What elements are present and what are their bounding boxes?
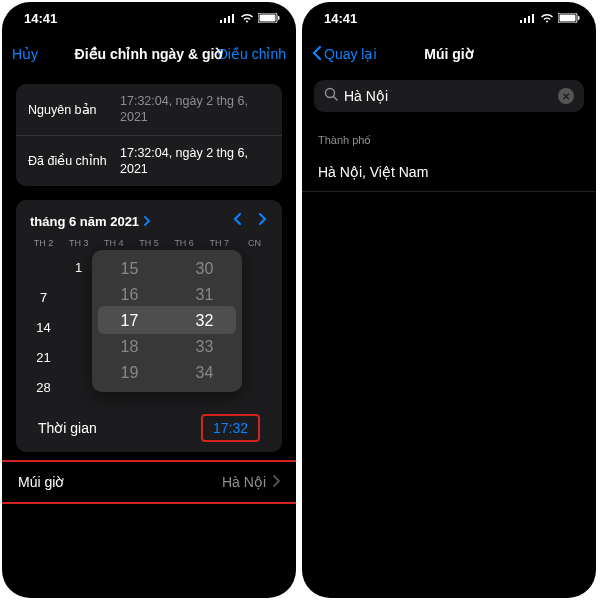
picker-item: 34 (167, 360, 242, 386)
picker-item: 16 (92, 282, 167, 308)
picker-item: 32 (167, 308, 242, 334)
chevron-right-icon (143, 214, 151, 229)
search-field[interactable]: ✕ (314, 80, 584, 112)
back-label: Quay lại (324, 46, 377, 62)
svg-rect-12 (560, 15, 576, 22)
wifi-icon (540, 13, 554, 23)
chevron-right-icon (272, 474, 280, 490)
cal-cell[interactable] (237, 312, 272, 342)
svg-rect-6 (278, 16, 280, 20)
cal-cell[interactable]: 1 (61, 252, 96, 282)
adjusted-value: 17:32:04, ngày 2 thg 6, 2021 (120, 145, 270, 178)
time-label: Thời gian (38, 420, 97, 436)
cancel-button[interactable]: Hủy (12, 46, 82, 62)
content: Nguyên bản 17:32:04, ngày 2 thg 6, 2021 … (2, 84, 296, 504)
dow: TH 3 (61, 238, 96, 248)
cal-cell[interactable] (26, 252, 61, 282)
svg-rect-13 (578, 16, 580, 20)
status-icons (220, 13, 280, 23)
battery-icon (258, 13, 280, 23)
status-icons (520, 13, 580, 23)
svg-rect-1 (224, 18, 226, 23)
status-bar: 14:41 (302, 2, 596, 34)
cal-cell[interactable] (61, 342, 96, 372)
svg-rect-5 (260, 15, 276, 22)
cal-cell[interactable] (237, 252, 272, 282)
cal-cell[interactable]: 28 (26, 372, 61, 402)
cal-cell[interactable]: 21 (26, 342, 61, 372)
timezone-label: Múi giờ (18, 474, 64, 490)
nav-bar: Hủy Điều chỉnh ngày & giờ Điều chỉnh (2, 34, 296, 74)
svg-rect-0 (220, 20, 222, 23)
svg-rect-2 (228, 16, 230, 23)
time-value: 17:32 (213, 420, 248, 436)
next-month-button[interactable] (258, 212, 268, 230)
dow: TH 4 (96, 238, 131, 248)
svg-rect-9 (528, 16, 530, 23)
back-button[interactable]: Quay lại (312, 45, 382, 64)
picker-item: 19 (92, 360, 167, 386)
calendar-nav (232, 212, 268, 230)
cal-cell[interactable] (237, 372, 272, 402)
prev-month-button[interactable] (232, 212, 242, 230)
phone-right: 14:41 Quay lại Múi giờ (302, 2, 596, 598)
original-value: 17:32:04, ngày 2 thg 6, 2021 (120, 93, 270, 126)
dow: TH 5 (131, 238, 166, 248)
svg-line-15 (334, 97, 338, 101)
search-input[interactable] (344, 88, 552, 104)
original-label: Nguyên bản (28, 102, 120, 117)
time-value-button[interactable]: 17:32 (201, 414, 260, 442)
phone-left: 14:41 Hủy Điều chỉnh ngày & giờ Điều chỉ… (2, 2, 296, 598)
original-row: Nguyên bản 17:32:04, ngày 2 thg 6, 2021 (16, 84, 282, 135)
close-icon: ✕ (562, 91, 570, 102)
picker-item: 33 (167, 334, 242, 360)
dow: CN (237, 238, 272, 248)
month-picker[interactable]: tháng 6 năm 2021 (30, 214, 151, 229)
calendar-header: tháng 6 năm 2021 (26, 210, 272, 238)
cal-cell[interactable] (237, 282, 272, 312)
hour-wheel[interactable]: 15 16 17 18 19 (92, 256, 167, 386)
svg-rect-7 (520, 20, 522, 23)
adjust-button[interactable]: Điều chỉnh (216, 46, 286, 62)
picker-item: 18 (92, 334, 167, 360)
status-time: 14:41 (324, 11, 357, 26)
chevron-left-icon (312, 45, 322, 64)
signal-icon (520, 13, 536, 23)
svg-rect-8 (524, 18, 526, 23)
svg-rect-10 (532, 14, 534, 23)
signal-icon (220, 13, 236, 23)
dow: TH 7 (202, 238, 237, 248)
cal-cell[interactable]: 14 (26, 312, 61, 342)
time-picker[interactable]: 15 16 17 18 19 30 31 32 33 34 (92, 250, 242, 392)
minute-wheel[interactable]: 30 31 32 33 34 (167, 256, 242, 386)
picker-item: 15 (92, 256, 167, 282)
adjusted-label: Đã điều chỉnh (28, 153, 120, 168)
cal-cell[interactable] (61, 372, 96, 402)
search-wrap: ✕ (302, 74, 596, 118)
dow: TH 6 (167, 238, 202, 248)
dow: TH 2 (26, 238, 61, 248)
adjust-label: Điều chỉnh (218, 46, 286, 62)
month-label: tháng 6 năm 2021 (30, 214, 139, 229)
cancel-label: Hủy (12, 46, 38, 62)
cal-cell[interactable] (61, 312, 96, 342)
picker-item: 17 (92, 308, 167, 334)
cal-cell[interactable] (61, 282, 96, 312)
timezone-value: Hà Nội (222, 474, 266, 490)
svg-rect-3 (232, 14, 234, 23)
timezone-row[interactable]: Múi giờ Hà Nội (2, 460, 296, 504)
time-row: Thời gian 17:32 (26, 404, 272, 452)
cal-cell[interactable]: 7 (26, 282, 61, 312)
nav-bar: Quay lại Múi giờ (302, 34, 596, 74)
city-result[interactable]: Hà Nội, Việt Nam (302, 153, 596, 192)
section-header: Thành phố (302, 118, 596, 153)
picker-item: 31 (167, 282, 242, 308)
info-card: Nguyên bản 17:32:04, ngày 2 thg 6, 2021 … (16, 84, 282, 186)
search-icon (324, 87, 338, 105)
status-time: 14:41 (24, 11, 57, 26)
clear-search-button[interactable]: ✕ (558, 88, 574, 104)
cal-cell[interactable] (237, 342, 272, 372)
picker-item: 30 (167, 256, 242, 282)
wifi-icon (240, 13, 254, 23)
battery-icon (558, 13, 580, 23)
